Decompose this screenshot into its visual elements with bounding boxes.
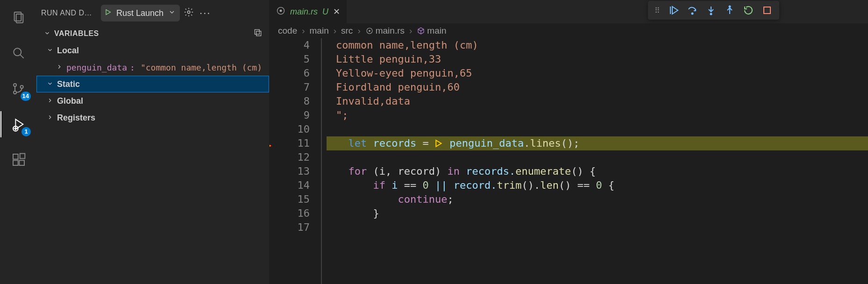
svg-rect-14 bbox=[20, 154, 25, 159]
more-icon[interactable]: ··· bbox=[199, 8, 210, 18]
svg-rect-11 bbox=[13, 154, 18, 159]
explorer-icon[interactable] bbox=[7, 7, 30, 29]
collapse-all-icon[interactable] bbox=[253, 28, 263, 39]
line-gutter: 4 5 6 7 8 9 10 11 12 13 14 15 16 17 bbox=[270, 38, 321, 284]
svg-point-6 bbox=[21, 85, 23, 88]
scm-badge: 14 bbox=[21, 92, 31, 101]
chevron-down-icon bbox=[46, 80, 54, 88]
symbol-package-icon bbox=[417, 26, 427, 36]
svg-point-31 bbox=[729, 6, 731, 7]
svg-marker-24 bbox=[436, 140, 441, 147]
step-out-button[interactable] bbox=[724, 5, 735, 16]
chevron-right-icon bbox=[46, 97, 54, 105]
chevron-right-icon: › bbox=[302, 26, 305, 36]
chevron-right-icon bbox=[55, 64, 64, 71]
code-editor[interactable]: 4 5 6 7 8 9 10 11 12 13 14 15 16 17 comm… bbox=[270, 38, 868, 284]
restart-button[interactable] bbox=[743, 5, 754, 16]
svg-point-20 bbox=[280, 9, 282, 12]
search-icon[interactable] bbox=[7, 42, 30, 64]
play-icon bbox=[104, 8, 112, 18]
variable-row[interactable]: penguin_data: "common name,length (cm) bbox=[36, 59, 269, 76]
svg-point-2 bbox=[14, 48, 21, 56]
variables-tree: Local penguin_data: "common name,length … bbox=[36, 41, 269, 127]
chevron-right-icon bbox=[46, 114, 54, 122]
svg-rect-1 bbox=[16, 14, 23, 23]
current-execution-line: let records = penguin_data.lines(); bbox=[327, 136, 868, 150]
chevron-right-icon: › bbox=[334, 26, 336, 36]
gear-icon[interactable] bbox=[184, 7, 194, 20]
chevron-right-icon: › bbox=[409, 26, 412, 36]
step-over-button[interactable] bbox=[687, 5, 698, 16]
svg-point-16 bbox=[187, 11, 190, 14]
breadcrumb[interactable]: code › main › src › main.rs › main bbox=[270, 23, 868, 38]
svg-point-29 bbox=[711, 14, 712, 15]
variable-name: penguin_data bbox=[66, 63, 127, 72]
scope-label: Static bbox=[57, 79, 80, 89]
scope-static[interactable]: Static bbox=[36, 76, 269, 92]
scope-label: Global bbox=[57, 96, 83, 106]
tab-git-status: U bbox=[322, 7, 328, 17]
svg-point-5 bbox=[14, 91, 16, 94]
svg-rect-12 bbox=[13, 160, 18, 165]
breadcrumb-item[interactable]: main bbox=[417, 26, 446, 36]
section-title: VARIABLES bbox=[54, 29, 99, 38]
breadcrumb-item[interactable]: src bbox=[341, 26, 353, 36]
scope-label: Local bbox=[57, 46, 79, 56]
editor-area: main.rs U ✕ code › main › src › main.rs … bbox=[270, 0, 868, 284]
source-control-icon[interactable]: 14 bbox=[7, 78, 30, 100]
breakpoint-current-icon[interactable] bbox=[270, 139, 273, 147]
drag-handle-icon[interactable]: ⠿ bbox=[655, 6, 661, 15]
svg-rect-17 bbox=[255, 29, 259, 34]
tab-main-rs[interactable]: main.rs U ✕ bbox=[270, 0, 347, 23]
panel-title: RUN AND D… bbox=[41, 9, 97, 17]
svg-point-27 bbox=[692, 13, 693, 14]
svg-rect-32 bbox=[764, 7, 770, 14]
scope-global[interactable]: Global bbox=[36, 92, 269, 109]
chevron-down-icon bbox=[43, 30, 51, 38]
svg-marker-7 bbox=[15, 119, 23, 129]
debug-badge: 1 bbox=[21, 127, 31, 136]
debug-toolbar[interactable]: ⠿ bbox=[648, 1, 779, 20]
chevron-down-icon bbox=[46, 47, 54, 55]
execution-pointer-icon bbox=[435, 137, 443, 149]
svg-marker-23 bbox=[270, 143, 271, 149]
launch-config-name: Rust Launch bbox=[116, 8, 164, 18]
variables-section-header[interactable]: VARIABLES bbox=[36, 26, 269, 41]
sidebar-header: RUN AND D… Rust Launch ··· bbox=[36, 0, 269, 26]
launch-config-dropdown[interactable]: Rust Launch bbox=[101, 5, 180, 21]
svg-marker-15 bbox=[106, 9, 110, 14]
extensions-icon[interactable] bbox=[7, 149, 30, 171]
breadcrumb-item[interactable]: code bbox=[278, 26, 297, 36]
close-icon[interactable]: ✕ bbox=[333, 7, 340, 17]
svg-rect-0 bbox=[14, 12, 21, 21]
variable-value: "common name,length (cm) bbox=[138, 63, 262, 72]
continue-button[interactable] bbox=[668, 5, 679, 16]
chevron-down-icon bbox=[168, 8, 176, 18]
rust-file-icon bbox=[276, 6, 285, 18]
scope-label: Registers bbox=[57, 113, 95, 123]
svg-rect-18 bbox=[256, 31, 261, 36]
activity-bar: 14 1 bbox=[0, 0, 36, 284]
svg-rect-13 bbox=[19, 160, 24, 165]
chevron-right-icon: › bbox=[357, 26, 360, 36]
breadcrumb-item[interactable]: main bbox=[310, 26, 329, 36]
scope-local[interactable]: Local bbox=[36, 42, 269, 59]
scope-registers[interactable]: Registers bbox=[36, 109, 269, 126]
code-content[interactable]: common name,length (cm) Little penguin,3… bbox=[322, 38, 868, 284]
rust-file-icon bbox=[365, 26, 376, 36]
svg-point-4 bbox=[14, 84, 16, 86]
svg-line-3 bbox=[20, 55, 23, 58]
debug-sidebar: RUN AND D… Rust Launch ··· VARIABLES bbox=[36, 0, 270, 284]
step-into-button[interactable] bbox=[705, 5, 717, 16]
tab-filename: main.rs bbox=[290, 7, 318, 17]
svg-point-22 bbox=[369, 30, 370, 32]
stop-button[interactable] bbox=[761, 5, 773, 16]
run-debug-icon[interactable]: 1 bbox=[7, 113, 30, 135]
svg-marker-26 bbox=[672, 7, 678, 14]
breadcrumb-item[interactable]: main.rs bbox=[365, 26, 405, 36]
